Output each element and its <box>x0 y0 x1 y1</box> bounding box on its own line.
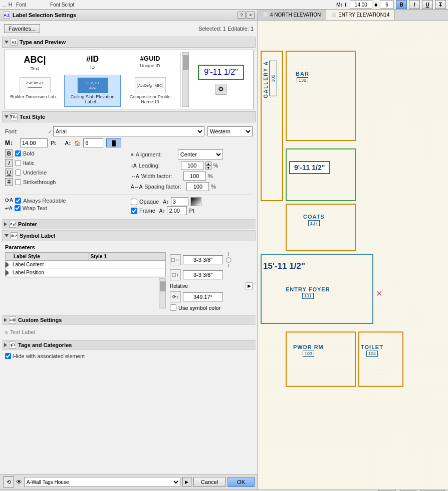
favorites-button[interactable]: Favorites... <box>4 24 40 33</box>
layer-dropdown[interactable]: A-Wall Tags House <box>24 477 180 487</box>
pos-input-2[interactable] <box>183 270 223 279</box>
text-style-section-header[interactable]: TA↕ Text Style <box>2 111 256 122</box>
params-scrollbar[interactable] <box>159 278 166 308</box>
type-id-preview: #ID <box>86 55 99 64</box>
always-readable-label[interactable]: Always Readable <box>23 198 66 204</box>
type-item-guid[interactable]: #GUID Unique ID <box>122 52 178 74</box>
tab-entry-elevation[interactable]: ⬜ ENTRY ELEVATION14 <box>326 10 395 20</box>
scrollbar-thumb[interactable] <box>183 55 189 70</box>
angle-input[interactable] <box>183 292 223 301</box>
dim-small-label: 9'-11 1/2" <box>289 161 330 174</box>
strikethrough-label[interactable]: Strikethrough <box>23 179 56 185</box>
font-select[interactable]: Arial <box>53 126 204 136</box>
font-row: Font: ✓ Arial Western <box>5 126 253 136</box>
type-large-preview: 9'-11 1/2" ⚙ <box>191 52 251 107</box>
use-symbol-color-checkbox[interactable] <box>170 304 176 311</box>
bold-label[interactable]: Bold <box>23 150 34 156</box>
tags-section-header[interactable]: 🏷 Tags and Categories <box>2 340 256 350</box>
text-style-content: Font: ✓ Arial Western M↕ <box>2 124 256 217</box>
close-button[interactable]: × <box>247 12 255 19</box>
spacing-factor-unit: % <box>211 184 216 190</box>
toolbar-underline-btn[interactable]: U <box>422 0 433 9</box>
width-factor-input[interactable] <box>183 172 206 181</box>
type-item-ceiling-slab[interactable]: ⊕ 2,70abc Ceiling Slab Elevation Label..… <box>64 75 121 107</box>
leading-down-btn[interactable]: ▼ <box>205 166 211 170</box>
size-icon: M↕ <box>5 139 17 146</box>
leading-up-btn[interactable]: ▲ <box>205 161 211 166</box>
bar-number: 138 <box>297 77 308 83</box>
underline-row: U Underline <box>5 169 127 177</box>
symbol-label-section-header[interactable]: ⊕↗ Symbol Label <box>2 230 256 241</box>
type-item-composite[interactable]: AbcDefg - ABC Composite or Profile Name … <box>122 75 178 107</box>
tags-title: Tags and Categories <box>18 342 72 348</box>
bottom-icon-btn-1[interactable]: ⟲ <box>3 476 14 487</box>
label-position-expand[interactable] <box>6 270 11 276</box>
tab-north-label: 4 NORTH ELEVATION <box>270 12 321 18</box>
help-button[interactable]: ? <box>238 12 246 19</box>
type-grid-scrollbar[interactable] <box>182 52 189 107</box>
drawing-tabs: ⬜ 4 NORTH ELEVATION ⬜ ENTRY ELEVATION14 <box>258 10 448 21</box>
hide-associated-label[interactable]: Hide with associated element <box>13 353 85 359</box>
type-guid-preview: #GUID <box>140 55 160 62</box>
italic-label[interactable]: Italic <box>23 160 35 166</box>
pointer-section-header[interactable]: ↗↙ Pointer <box>2 219 256 229</box>
wrap-text-row: ↵A Wrap Text <box>5 205 127 211</box>
params-col2-header: Style 1 <box>89 253 166 260</box>
type-preview-section-header[interactable]: A1 Type and Preview <box>2 37 256 48</box>
use-symbol-color-label[interactable]: Use symbol color <box>178 305 220 311</box>
symbol-position-area: ⬚↔ ⬡ ⬚↕ <box>170 252 253 311</box>
font-script-select[interactable]: Western <box>207 126 253 136</box>
width-factor-label: Width factor: <box>141 173 181 179</box>
frame-label[interactable]: Frame <box>139 208 155 214</box>
width-icon: ↔A <box>131 174 139 179</box>
opaque-color-btn[interactable] <box>190 197 201 206</box>
pos-icon-1: ⬚↔ <box>170 254 181 265</box>
cancel-button[interactable]: Cancel <box>193 477 226 487</box>
font-size-input[interactable] <box>20 138 48 147</box>
opaque-value-input[interactable] <box>171 197 188 206</box>
leading-input[interactable] <box>181 161 203 170</box>
toolbar-bold-btn[interactable]: B <box>396 0 407 9</box>
opaque-checkbox[interactable] <box>131 199 137 205</box>
type-builder-dim-preview: 2'-6"×5'-0"───── <box>20 77 51 93</box>
strikethrough-checkbox[interactable] <box>15 179 21 185</box>
always-readable-row: ⟳A Always Readable <box>5 197 127 204</box>
col-value-input[interactable] <box>83 138 103 147</box>
preview-settings-button[interactable]: ⚙ <box>215 84 227 95</box>
type-item-id[interactable]: #ID ID <box>64 52 121 74</box>
ok-button[interactable]: OK <box>228 477 255 487</box>
tab-north-elevation[interactable]: ⬜ 4 NORTH ELEVATION <box>258 10 326 20</box>
spacing-factor-input[interactable] <box>186 182 209 191</box>
relative-arrow-btn[interactable]: ▶ <box>246 282 253 289</box>
alignment-select[interactable]: Center <box>178 149 223 159</box>
leading-unit: % <box>213 162 218 169</box>
params-scrollbar-thumb[interactable] <box>160 281 166 291</box>
wrap-text-checkbox[interactable] <box>15 205 21 211</box>
toolbar-strikethrough-btn[interactable]: T <box>435 0 446 9</box>
coats-number: 137 <box>308 220 320 226</box>
toilet-box <box>358 332 403 387</box>
italic-checkbox[interactable] <box>15 160 21 166</box>
opaque-label[interactable]: Opaque <box>139 199 159 205</box>
frame-value-input[interactable] <box>167 206 187 215</box>
width-factor-unit: % <box>208 173 213 179</box>
underline-label[interactable]: Underline <box>23 170 47 176</box>
wrap-text-label[interactable]: Wrap Text <box>23 205 47 211</box>
label-content-expand[interactable] <box>6 262 11 268</box>
toolbar-italic-btn[interactable]: I <box>409 0 420 9</box>
type-item-builder-dim[interactable]: 2'-6"×5'-0"───── Builder Dimension Lab..… <box>7 75 63 107</box>
toolbar-size-input[interactable] <box>350 1 372 9</box>
bold-checkbox[interactable] <box>15 150 21 156</box>
layer-arrow-btn[interactable]: ▶ <box>182 477 191 487</box>
hide-associated-checkbox[interactable] <box>5 353 11 359</box>
toolbar-col-input[interactable] <box>380 1 394 9</box>
col-display-btn[interactable]: ▐▌ <box>106 138 121 147</box>
underline-checkbox[interactable] <box>15 170 21 176</box>
frame-checkbox[interactable] <box>131 208 137 214</box>
always-readable-checkbox[interactable] <box>15 198 21 204</box>
type-item-text[interactable]: ABC| Text <box>7 52 63 74</box>
pos-input-1[interactable] <box>183 255 223 264</box>
params-col1-header: Label Style <box>12 253 89 260</box>
custom-settings-section-header[interactable]: ≡⚙ Custom Settings <box>2 315 256 325</box>
text-label-icon: ≡ <box>5 330 8 335</box>
